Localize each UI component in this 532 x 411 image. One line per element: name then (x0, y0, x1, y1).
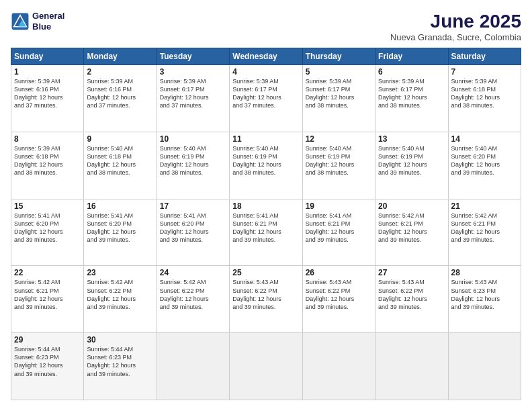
calendar-cell: 2Sunrise: 5:39 AM Sunset: 6:16 PM Daylig… (84, 65, 157, 132)
month-title: June 2025 (390, 11, 521, 32)
calendar-week-2: 8Sunrise: 5:39 AM Sunset: 6:18 PM Daylig… (11, 132, 521, 199)
calendar-cell: 7Sunrise: 5:39 AM Sunset: 6:18 PM Daylig… (448, 65, 521, 132)
logo-icon (11, 12, 30, 31)
day-number: 11 (232, 134, 299, 144)
day-number: 21 (451, 201, 518, 211)
day-number: 20 (378, 201, 445, 211)
column-header-monday: Monday (84, 48, 157, 65)
calendar-cell: 22Sunrise: 5:42 AM Sunset: 6:21 PM Dayli… (11, 266, 84, 333)
cell-text: Sunrise: 5:43 AM Sunset: 6:22 PM Dayligh… (306, 278, 372, 311)
calendar-cell (448, 333, 521, 400)
day-number: 27 (378, 268, 445, 277)
calendar-cell: 16Sunrise: 5:41 AM Sunset: 6:20 PM Dayli… (84, 199, 157, 266)
cell-text: Sunrise: 5:41 AM Sunset: 6:20 PM Dayligh… (14, 212, 81, 244)
calendar-cell (230, 333, 302, 400)
day-number: 19 (306, 201, 372, 211)
calendar-cell: 30Sunrise: 5:44 AM Sunset: 6:23 PM Dayli… (84, 333, 157, 400)
logo: General Blue (11, 11, 64, 32)
cell-text: Sunrise: 5:40 AM Sunset: 6:19 PM Dayligh… (232, 144, 299, 177)
day-number: 12 (306, 134, 372, 144)
day-number: 13 (378, 134, 445, 144)
calendar-cell: 25Sunrise: 5:43 AM Sunset: 6:22 PM Dayli… (230, 266, 302, 333)
day-number: 18 (232, 201, 299, 211)
calendar-cell: 13Sunrise: 5:40 AM Sunset: 6:19 PM Dayli… (375, 132, 448, 199)
cell-text: Sunrise: 5:40 AM Sunset: 6:18 PM Dayligh… (87, 144, 153, 177)
column-header-wednesday: Wednesday (230, 48, 302, 65)
calendar-cell: 11Sunrise: 5:40 AM Sunset: 6:19 PM Dayli… (230, 132, 302, 199)
cell-text: Sunrise: 5:39 AM Sunset: 6:16 PM Dayligh… (87, 77, 153, 110)
day-number: 14 (451, 134, 518, 144)
calendar-week-5: 29Sunrise: 5:44 AM Sunset: 6:23 PM Dayli… (11, 333, 521, 400)
day-number: 2 (87, 67, 153, 77)
calendar-cell: 8Sunrise: 5:39 AM Sunset: 6:18 PM Daylig… (11, 132, 84, 199)
day-number: 3 (160, 67, 226, 77)
cell-text: Sunrise: 5:44 AM Sunset: 6:23 PM Dayligh… (14, 345, 81, 378)
cell-text: Sunrise: 5:39 AM Sunset: 6:18 PM Dayligh… (451, 77, 518, 110)
calendar-cell: 19Sunrise: 5:41 AM Sunset: 6:21 PM Dayli… (302, 199, 375, 266)
day-number: 30 (87, 335, 153, 345)
cell-text: Sunrise: 5:40 AM Sunset: 6:19 PM Dayligh… (306, 144, 372, 177)
cell-text: Sunrise: 5:40 AM Sunset: 6:19 PM Dayligh… (160, 144, 226, 177)
calendar-cell: 21Sunrise: 5:42 AM Sunset: 6:21 PM Dayli… (448, 199, 521, 266)
calendar-cell (375, 333, 448, 400)
day-number: 23 (87, 268, 153, 277)
day-number: 15 (14, 201, 81, 211)
cell-text: Sunrise: 5:42 AM Sunset: 6:21 PM Dayligh… (378, 212, 445, 244)
cell-text: Sunrise: 5:40 AM Sunset: 6:19 PM Dayligh… (378, 144, 445, 177)
calendar-cell: 10Sunrise: 5:40 AM Sunset: 6:19 PM Dayli… (157, 132, 229, 199)
day-number: 16 (87, 201, 153, 211)
day-number: 9 (87, 134, 153, 144)
day-number: 17 (160, 201, 226, 211)
day-number: 5 (306, 67, 372, 77)
cell-text: Sunrise: 5:41 AM Sunset: 6:21 PM Dayligh… (306, 212, 372, 244)
calendar-cell: 1Sunrise: 5:39 AM Sunset: 6:16 PM Daylig… (11, 65, 84, 132)
calendar-cell: 14Sunrise: 5:40 AM Sunset: 6:20 PM Dayli… (448, 132, 521, 199)
cell-text: Sunrise: 5:41 AM Sunset: 6:20 PM Dayligh… (160, 212, 226, 244)
logo-text: General Blue (32, 11, 64, 32)
day-number: 25 (232, 268, 299, 277)
day-number: 29 (14, 335, 81, 345)
day-number: 24 (160, 268, 226, 277)
calendar-week-4: 22Sunrise: 5:42 AM Sunset: 6:21 PM Dayli… (11, 266, 521, 333)
day-number: 4 (232, 67, 299, 77)
cell-text: Sunrise: 5:41 AM Sunset: 6:20 PM Dayligh… (87, 212, 153, 244)
cell-text: Sunrise: 5:44 AM Sunset: 6:23 PM Dayligh… (87, 345, 153, 378)
calendar-cell: 27Sunrise: 5:43 AM Sunset: 6:22 PM Dayli… (375, 266, 448, 333)
calendar-cell: 9Sunrise: 5:40 AM Sunset: 6:18 PM Daylig… (84, 132, 157, 199)
calendar-cell: 12Sunrise: 5:40 AM Sunset: 6:19 PM Dayli… (302, 132, 375, 199)
cell-text: Sunrise: 5:39 AM Sunset: 6:17 PM Dayligh… (232, 77, 299, 110)
cell-text: Sunrise: 5:40 AM Sunset: 6:20 PM Dayligh… (451, 144, 518, 177)
cell-text: Sunrise: 5:42 AM Sunset: 6:21 PM Dayligh… (451, 212, 518, 244)
calendar-header-row: SundayMondayTuesdayWednesdayThursdayFrid… (11, 48, 521, 65)
calendar-cell: 17Sunrise: 5:41 AM Sunset: 6:20 PM Dayli… (157, 199, 229, 266)
calendar-week-3: 15Sunrise: 5:41 AM Sunset: 6:20 PM Dayli… (11, 199, 521, 266)
calendar-table: SundayMondayTuesdayWednesdayThursdayFrid… (11, 48, 521, 400)
day-number: 22 (14, 268, 81, 277)
column-header-tuesday: Tuesday (157, 48, 229, 65)
cell-text: Sunrise: 5:42 AM Sunset: 6:21 PM Dayligh… (14, 278, 81, 311)
column-header-friday: Friday (375, 48, 448, 65)
day-number: 7 (451, 67, 518, 77)
cell-text: Sunrise: 5:39 AM Sunset: 6:17 PM Dayligh… (160, 77, 226, 110)
cell-text: Sunrise: 5:42 AM Sunset: 6:22 PM Dayligh… (87, 278, 153, 311)
day-number: 28 (451, 268, 518, 277)
title-block: June 2025 Nueva Granada, Sucre, Colombia (390, 11, 521, 42)
calendar-cell: 18Sunrise: 5:41 AM Sunset: 6:21 PM Dayli… (230, 199, 302, 266)
day-number: 1 (14, 67, 81, 77)
calendar-cell: 5Sunrise: 5:39 AM Sunset: 6:17 PM Daylig… (302, 65, 375, 132)
calendar-cell: 15Sunrise: 5:41 AM Sunset: 6:20 PM Dayli… (11, 199, 84, 266)
column-header-sunday: Sunday (11, 48, 84, 65)
calendar-cell: 29Sunrise: 5:44 AM Sunset: 6:23 PM Dayli… (11, 333, 84, 400)
day-number: 10 (160, 134, 226, 144)
cell-text: Sunrise: 5:39 AM Sunset: 6:18 PM Dayligh… (14, 144, 81, 177)
cell-text: Sunrise: 5:41 AM Sunset: 6:21 PM Dayligh… (232, 212, 299, 244)
cell-text: Sunrise: 5:39 AM Sunset: 6:16 PM Dayligh… (14, 77, 81, 110)
cell-text: Sunrise: 5:39 AM Sunset: 6:17 PM Dayligh… (378, 77, 445, 110)
calendar-cell: 4Sunrise: 5:39 AM Sunset: 6:17 PM Daylig… (230, 65, 302, 132)
header: General Blue June 2025 Nueva Granada, Su… (11, 11, 521, 42)
calendar-cell: 23Sunrise: 5:42 AM Sunset: 6:22 PM Dayli… (84, 266, 157, 333)
calendar-cell: 20Sunrise: 5:42 AM Sunset: 6:21 PM Dayli… (375, 199, 448, 266)
cell-text: Sunrise: 5:39 AM Sunset: 6:17 PM Dayligh… (306, 77, 372, 110)
cell-text: Sunrise: 5:43 AM Sunset: 6:23 PM Dayligh… (451, 278, 518, 311)
cell-text: Sunrise: 5:43 AM Sunset: 6:22 PM Dayligh… (378, 278, 445, 311)
